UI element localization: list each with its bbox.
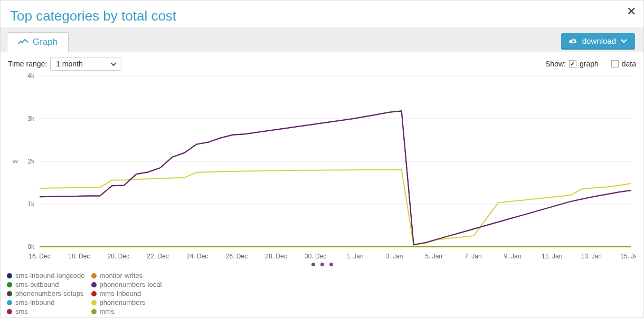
svg-text:24. Dec: 24. Dec [186, 253, 208, 260]
legend-item[interactable]: phonenumbers [91, 298, 162, 306]
time-range-select[interactable]: 1 month [50, 57, 121, 71]
svg-text:$: $ [12, 159, 19, 163]
legend-item[interactable]: sms-outbound [7, 281, 85, 288]
legend-label: sms [15, 307, 28, 315]
time-range-label: Time range: [8, 60, 47, 68]
show-data-checkbox[interactable] [611, 60, 619, 68]
nav-dot[interactable] [329, 263, 333, 266]
svg-text:26. Dec: 26. Dec [226, 253, 248, 260]
time-range-value: 1 month [56, 60, 83, 68]
page-title: Top categories by total cost [10, 8, 176, 24]
download-label: download [582, 36, 616, 45]
tab-graph[interactable]: Graph [7, 32, 69, 52]
svg-text:1k: 1k [27, 200, 35, 208]
svg-text:20. Dec: 20. Dec [108, 253, 129, 260]
show-data-label: data [622, 60, 636, 68]
show-graph-label: graph [580, 60, 599, 68]
graph-icon [18, 38, 29, 46]
chevron-down-icon [110, 60, 117, 68]
legend-swatch [7, 282, 12, 287]
legend-item[interactable]: phonenumbers-local [91, 281, 162, 288]
close-icon[interactable]: ✕ [627, 5, 636, 18]
svg-text:11. Jan: 11. Jan [542, 253, 562, 260]
svg-text:0k: 0k [27, 243, 35, 250]
nav-dot[interactable] [311, 263, 315, 266]
tab-label: Graph [33, 37, 58, 47]
legend-item[interactable]: sms [7, 307, 85, 315]
svg-text:22. Dec: 22. Dec [147, 253, 168, 260]
legend-item[interactable]: mms [91, 307, 162, 315]
legend-label: monitor-writes [100, 272, 143, 280]
legend-label: phonenumbers-local [100, 281, 162, 288]
legend-swatch [91, 282, 97, 287]
legend-swatch [7, 273, 12, 278]
svg-text:4k: 4k [27, 73, 35, 80]
legend-label: sms-outbound [15, 281, 59, 288]
download-button[interactable]: download [561, 33, 635, 49]
svg-text:5. Jan: 5. Jan [425, 253, 442, 260]
svg-text:2k: 2k [27, 158, 35, 165]
svg-text:1. Jan: 1. Jan [346, 253, 364, 260]
chart-legend: sms-inbound-longcodesms-outboundphonenum… [7, 272, 162, 315]
legend-item[interactable]: phonenumbers-setups [7, 290, 85, 297]
download-icon [569, 37, 578, 45]
svg-text:3k: 3k [27, 115, 35, 122]
legend-item[interactable]: sms-inbound [7, 298, 85, 306]
legend-label: phonenumbers-setups [15, 290, 83, 297]
svg-text:28. Dec: 28. Dec [265, 253, 287, 260]
nav-dot[interactable] [320, 263, 324, 266]
legend-swatch [7, 309, 12, 314]
legend-item[interactable]: mms-inbound [91, 290, 162, 297]
tab-bar: Graph download [1, 27, 643, 52]
svg-text:30. Dec: 30. Dec [305, 253, 326, 260]
svg-text:7. Jan: 7. Jan [465, 253, 482, 260]
svg-text:13. Jan: 13. Jan [581, 253, 602, 260]
legend-swatch [91, 300, 97, 305]
legend-label: sms-inbound-longcode [15, 272, 85, 280]
legend-swatch [7, 300, 12, 305]
legend-swatch [91, 309, 97, 314]
legend-label: mms [100, 307, 115, 315]
legend-label: phonenumbers [100, 298, 146, 306]
svg-text:15. Jan: 15. Jan [620, 253, 636, 260]
chevron-down-icon [620, 38, 628, 44]
legend-swatch [91, 291, 97, 296]
legend-label: mms-inbound [100, 290, 141, 297]
svg-text:9. Jan: 9. Jan [504, 253, 522, 260]
svg-text:3. Jan: 3. Jan [386, 253, 403, 260]
chart-nav-dots [8, 263, 636, 266]
svg-text:18. Dec: 18. Dec [68, 253, 90, 260]
svg-text:16. Dec: 16. Dec [29, 253, 50, 260]
legend-item[interactable]: monitor-writes [91, 272, 162, 280]
show-label: Show: [545, 60, 566, 68]
cost-chart: 0k1k2k3k4k$16. Dec18. Dec20. Dec22. Dec2… [8, 73, 636, 263]
legend-swatch [91, 273, 97, 278]
legend-swatch [7, 291, 12, 296]
legend-label: sms-inbound [15, 298, 54, 306]
show-graph-checkbox[interactable]: ✔ [569, 60, 576, 68]
legend-item[interactable]: sms-inbound-longcode [7, 272, 85, 280]
